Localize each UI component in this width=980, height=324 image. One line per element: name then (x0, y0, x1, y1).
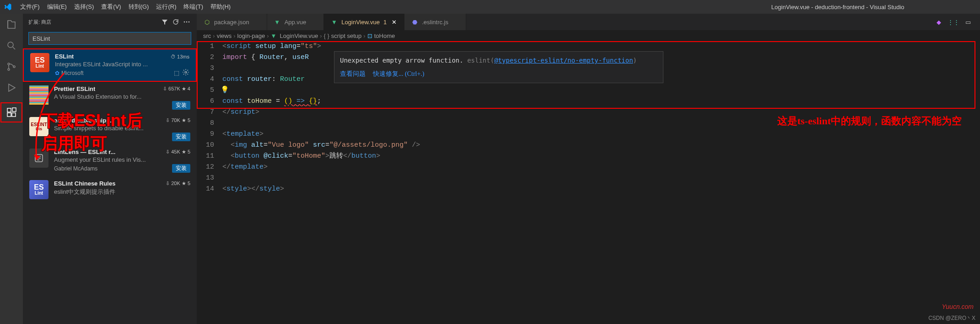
ext-name: LintLens — ESLint r... (54, 149, 115, 155)
menu-help[interactable]: 帮助(H) (207, 0, 234, 14)
menu-edit[interactable]: 编辑(E) (43, 0, 70, 14)
gear-icon[interactable] (182, 69, 189, 77)
tab-loginview-vue[interactable]: ▼ LoginView.vue 1 ✕ (324, 14, 404, 30)
window-title: LoginView.vue - deduction-frontend - Vis… (771, 4, 905, 11)
ext-meta: ⇩ 45K ★ 5 (166, 149, 190, 155)
svg-rect-5 (7, 113, 11, 117)
bc-item[interactable]: script setup (331, 32, 361, 39)
ext-desc: Integrates ESLint JavaScript into ... (55, 61, 189, 68)
toolbar-icon-1[interactable]: ◆ (934, 17, 943, 27)
tab-label: .eslintrc.js (422, 19, 448, 26)
activity-bar (0, 14, 23, 324)
ext-publisher: ✿Microsoft (55, 70, 84, 76)
code-content[interactable]: <script setup lang="ts"> import { Router… (222, 41, 980, 324)
quick-fix-link[interactable]: 快速修复... (Ctrl+.) (373, 69, 425, 79)
tab-bar: ⬡ package.json ✕ ▼ App.vue ✕ ▼ LoginView… (197, 14, 980, 30)
close-icon[interactable]: ✕ (390, 18, 398, 26)
svg-rect-6 (12, 113, 16, 117)
more-icon[interactable] (182, 17, 191, 27)
code-editor[interactable]: 1234567891011121314 <script setup lang="… (197, 41, 980, 324)
source-control-icon[interactable] (5, 60, 18, 73)
toolbar-icon-2[interactable]: ⋮⋮ (949, 17, 958, 27)
editor-toolbar: ◆ ⋮⋮ ▭ (934, 14, 980, 30)
vscode-logo-icon (4, 3, 12, 11)
verified-icon: ✿ (55, 70, 59, 76)
run-debug-icon[interactable] (5, 81, 18, 94)
svg-rect-7 (12, 108, 16, 112)
eslint-rule-link[interactable]: @typescript-eslint/no-empty-function (494, 57, 633, 64)
tab-label: package.json (214, 19, 249, 26)
ext-meta: ⇩ 657K ★ 4 (163, 86, 190, 92)
menu-go[interactable]: 转到(G) (125, 0, 153, 14)
editor-area: ⬡ package.json ✕ ▼ App.vue ✕ ▼ LoginView… (197, 14, 980, 324)
ext-publisher: Gabriel McAdams (54, 165, 97, 172)
ext-desc: Augment your ESLint rules in Vis... (54, 156, 190, 163)
extension-search-input[interactable] (32, 35, 187, 42)
bc-item[interactable]: src (203, 32, 211, 39)
extensions-highlight-box (0, 102, 22, 122)
bc-item[interactable]: toHome (374, 32, 395, 39)
extensions-icon[interactable] (5, 106, 18, 119)
menu-view[interactable]: 查看(V) (97, 0, 124, 14)
tab-label: LoginView.vue (341, 19, 380, 26)
tab-eslintrc[interactable]: ⬣ .eslintrc.js ✕ (404, 14, 466, 30)
extension-item-lintlens[interactable]: LintLens — ESLint r...⇩ 45K ★ 5 Augment … (23, 145, 197, 176)
menu-file[interactable]: 文件(F) (16, 0, 43, 14)
extension-list: ESLint ESLint⏱ 13ms Integrates ESLint Ja… (23, 48, 197, 324)
ext-meta: ⏱ 13ms (171, 54, 189, 59)
tab-package-json[interactable]: ⬡ package.json ✕ (197, 14, 267, 30)
svg-point-8 (184, 21, 185, 23)
vue-icon: ▼ (274, 18, 281, 26)
view-problem-link[interactable]: 查看问题 (340, 69, 366, 79)
extension-search-box[interactable] (28, 32, 191, 45)
svg-point-0 (8, 42, 13, 48)
eslint-icon: ⬣ (411, 18, 418, 26)
title-bar: 文件(F) 编辑(E) 选择(S) 查看(V) 转到(G) 运行(R) 终端(T… (0, 0, 980, 14)
toolbar-icon-3[interactable]: ▭ (964, 17, 973, 27)
refresh-icon[interactable] (171, 17, 180, 27)
bc-item[interactable]: LoginView.vue (280, 32, 318, 39)
ext-icon-eslint-chinese: ESLint (29, 180, 48, 199)
ext-icon-eslint: ESLint (30, 53, 49, 72)
tab-label: App.vue (285, 19, 307, 26)
sync-ignored-icon[interactable]: ⬚ (174, 69, 179, 76)
ext-meta: ⇩ 20K ★ 5 (166, 181, 190, 186)
ext-name: eslint-disable-snipp... (54, 117, 115, 124)
install-button[interactable]: 安装 (172, 164, 190, 173)
sidebar-header: 扩展: 商店 (23, 14, 197, 30)
install-button[interactable]: 安装 (172, 101, 190, 110)
menu-select[interactable]: 选择(S) (70, 0, 97, 14)
npm-icon: ⬡ (203, 18, 210, 26)
tab-app-vue[interactable]: ▼ App.vue ✕ (267, 14, 324, 30)
install-button[interactable]: 安装 (172, 133, 190, 141)
menu-terminal[interactable]: 终端(T) (180, 0, 207, 14)
svg-point-2 (8, 69, 10, 70)
modified-indicator: 1 (383, 19, 387, 26)
search-icon[interactable] (5, 39, 18, 52)
ext-name: ESLint (55, 53, 74, 60)
sidebar-header-label: 扩展: 商店 (28, 19, 158, 26)
extensions-sidebar: 扩展: 商店 ESLint ESLint⏱ 13ms Integrates ES… (23, 14, 197, 324)
extension-item-eslint-chinese[interactable]: ESLint ESLint Chinese Rules⇩ 20K ★ 5 esl… (23, 176, 197, 203)
ext-icon-lintlens (29, 149, 48, 168)
explorer-icon[interactable] (5, 18, 18, 31)
filter-icon[interactable] (160, 17, 169, 27)
svg-point-10 (188, 21, 190, 23)
extension-item-eslint-disable[interactable]: ESLINTDis eslint-disable-snipp...⇩ 70K ★… (23, 113, 197, 145)
svg-point-1 (8, 63, 10, 65)
bc-item[interactable]: login-page (237, 32, 265, 39)
ext-icon-eslint-disable: ESLINTDis (29, 117, 48, 136)
svg-point-11 (185, 71, 187, 73)
extension-item-prettier-eslint[interactable]: Prettier ESLint⇩ 657K ★ 4 A Visual Studi… (23, 82, 197, 113)
vue-icon: ▼ (271, 32, 278, 39)
breadcrumb[interactable]: src› views› login-page› ▼ LoginView.vue›… (197, 30, 980, 41)
lightbulb-icon[interactable]: 💡 (221, 85, 229, 96)
menu-run[interactable]: 运行(R) (152, 0, 180, 14)
ext-desc: A Visual Studio Extension to for... (54, 93, 190, 100)
extension-item-eslint[interactable]: ESLint ESLint⏱ 13ms Integrates ESLint Ja… (23, 48, 197, 82)
ext-desc: Simple snippets to disable eslint... (54, 125, 190, 132)
ext-desc: eslint中文规则提示插件 (54, 188, 190, 196)
bc-item[interactable]: views (217, 32, 232, 39)
svg-rect-4 (7, 108, 11, 112)
ext-name: Prettier ESLint (54, 85, 95, 92)
